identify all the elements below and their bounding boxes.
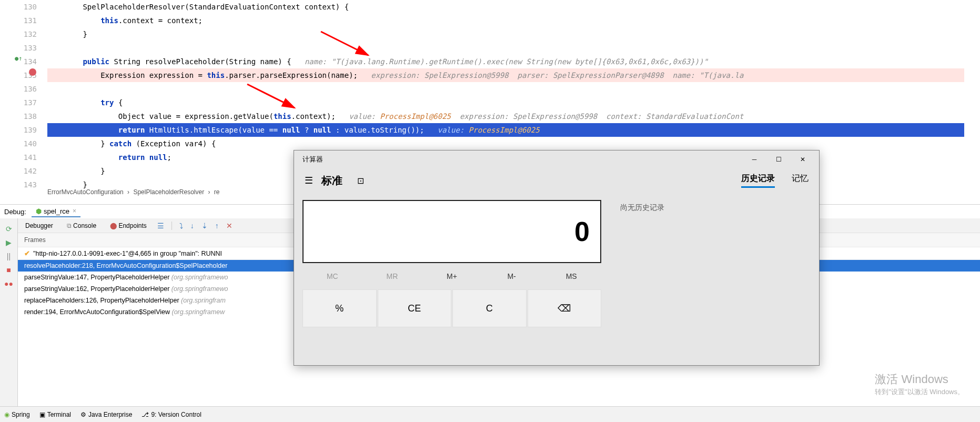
gutter: 130 131 132 133 134 135 136 137 138 139 … — [0, 0, 47, 192]
hamburger-icon[interactable]: ☰ — [305, 175, 313, 186]
inline-value: ProcessImpl@6025 — [469, 126, 540, 134]
bottom-vc[interactable]: ⎇9: Version Control — [142, 411, 201, 418]
line-number: 130 — [0, 0, 37, 14]
debug-label: Debug: — [4, 208, 26, 216]
terminal-icon: ▣ — [39, 411, 45, 418]
calc-mminus-button[interactable]: M- — [482, 272, 542, 280]
calc-c-button[interactable]: C — [452, 289, 527, 327]
stop-icon[interactable]: ■ — [4, 266, 14, 276]
line-number: 142 — [0, 164, 37, 178]
line-number: 141 — [0, 150, 37, 164]
calc-history-panel: 尚无历史记录 — [610, 193, 819, 365]
inline-hint: value: — [349, 112, 376, 120]
chevron-icon: › — [127, 188, 129, 196]
calc-titlebar[interactable]: 计算器 ─ ☐ ✕ — [294, 150, 819, 168]
bottom-java[interactable]: ⚙Java Enterprise — [80, 411, 132, 418]
calc-display: 0 — [302, 200, 601, 263]
code-text: } — [47, 30, 87, 38]
calculator-window: 计算器 ─ ☐ ✕ ☰ 标准 ⊡ 历史记录 记忆 0 MC MR M+ M- M… — [294, 150, 820, 366]
inline-hint: name: "T(java.lang.Runtime).getRuntime()… — [305, 57, 708, 66]
step-over-icon[interactable]: ⤵ — [179, 222, 183, 230]
code-text: } — [47, 180, 87, 189]
show-exec-icon[interactable]: ☰ — [157, 222, 164, 230]
tab-memory[interactable]: 记忆 — [792, 173, 809, 188]
spring-icon: ⬢ — [36, 207, 42, 215]
line-number: 139 — [0, 123, 37, 137]
step-out-icon[interactable]: ↑ — [215, 222, 219, 230]
no-history-label: 尚无历史记录 — [620, 203, 664, 212]
tab-history[interactable]: 历史记录 — [741, 173, 775, 188]
chevron-icon: › — [208, 188, 210, 196]
code-text: SpelPlaceholderResolver(StandardEvaluati… — [47, 3, 349, 11]
line-number: 137 — [0, 96, 37, 109]
line-number: 143 — [0, 178, 37, 192]
resume-icon[interactable]: ▶ — [4, 238, 14, 249]
inline-hint: value: — [438, 126, 464, 134]
calc-backspace-button[interactable]: ⌫ — [528, 289, 602, 327]
calc-mc-button: MC — [302, 272, 362, 280]
bottom-spring[interactable]: ◉Spring — [4, 411, 30, 418]
line-number: 136 — [0, 82, 37, 96]
calc-mr-button: MR — [362, 272, 422, 280]
override-marker-icon[interactable]: ●↑ — [15, 55, 22, 62]
breadcrumb-item[interactable]: SpelPlaceholderResolver — [133, 188, 204, 196]
calc-ce-button[interactable]: CE — [378, 289, 452, 327]
drop-frame-icon[interactable]: ✕ — [226, 222, 233, 230]
line-number: 138 — [0, 109, 37, 123]
tab-endpoints[interactable]: ⬤ Endpoints — [107, 220, 150, 232]
debug-tab-label: spel_rce — [44, 207, 69, 215]
java-icon: ⚙ — [80, 411, 86, 418]
tab-debugger[interactable]: Debugger — [22, 220, 56, 232]
calc-title: 计算器 — [298, 155, 323, 164]
debug-run-tab[interactable]: ⬢ spel_rce × — [32, 206, 80, 217]
line-number: 132 — [0, 27, 37, 41]
inline-hint: expression: SpelExpression@5998 context:… — [460, 112, 743, 120]
calc-header: ☰ 标准 ⊡ 历史记录 记忆 — [294, 168, 819, 193]
breakpoint-icon[interactable] — [29, 68, 36, 76]
calc-mplus-button[interactable]: M+ — [422, 272, 482, 280]
vc-icon: ⎇ — [142, 411, 149, 418]
bottom-terminal[interactable]: ▣Terminal — [39, 411, 71, 418]
breadcrumb[interactable]: ErrorMvcAutoConfiguration › SpelPlacehol… — [47, 188, 222, 199]
rerun-icon[interactable]: ⟳ — [4, 225, 14, 235]
keep-on-top-icon[interactable]: ⊡ — [357, 176, 364, 186]
inline-hint: expression: SpelExpression@5998 parser: … — [371, 71, 743, 79]
calc-ms-button[interactable]: MS — [541, 272, 601, 280]
pause-icon[interactable]: || — [4, 252, 14, 263]
maximize-button[interactable]: ☐ — [766, 151, 791, 168]
line-number: 133 — [0, 41, 37, 55]
step-into-icon[interactable]: ↓ — [190, 222, 194, 230]
debug-sidebar: ⟳ ▶ || ■ ●● — [0, 218, 18, 406]
inline-value: ProcessImpl@6025 — [380, 112, 451, 120]
breadcrumb-item[interactable]: ErrorMvcAutoConfiguration — [47, 188, 124, 196]
bottom-bar: ◉Spring ▣Terminal ⚙Java Enterprise ⎇9: V… — [0, 406, 980, 422]
force-step-icon[interactable]: ⇣ — [201, 222, 208, 230]
code-text: } — [47, 167, 105, 175]
thread-label: "http-nio-127.0.0.1-9091-exec-1"@4,665 i… — [33, 250, 222, 257]
breakpoints-icon[interactable]: ●● — [4, 279, 14, 290]
minimize-button[interactable]: ─ — [742, 151, 766, 168]
tab-console[interactable]: ⧉ Console — [64, 220, 99, 232]
breadcrumb-item[interactable]: re — [214, 188, 220, 196]
calc-mode-label: 标准 — [321, 174, 342, 188]
line-number: 140 — [0, 137, 37, 150]
check-icon: ✔ — [24, 249, 30, 257]
calc-memory-row: MC MR M+ M- MS — [302, 265, 601, 287]
line-number: 131 — [0, 14, 37, 27]
close-icon[interactable]: × — [73, 207, 76, 215]
spring-icon: ◉ — [4, 411, 9, 418]
close-button[interactable]: ✕ — [791, 151, 815, 168]
calc-percent-button[interactable]: % — [302, 289, 377, 327]
